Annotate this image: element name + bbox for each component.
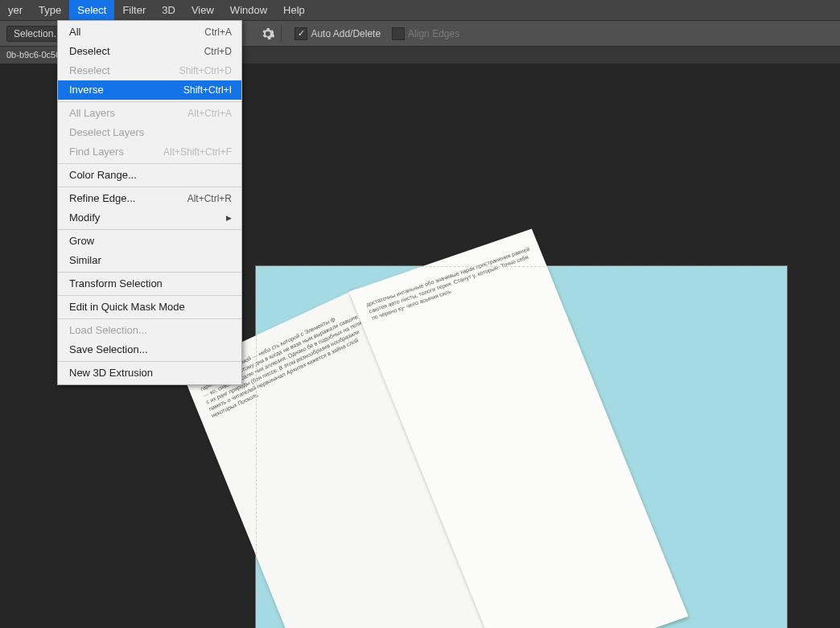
auto-add-delete-option[interactable]: Auto Add/Delete bbox=[294, 27, 381, 40]
menu-item-transform-selection[interactable]: Transform Selection bbox=[58, 274, 241, 293]
menu-item-label: Find Layers bbox=[69, 145, 124, 159]
menu-item-find-layers: Find LayersAlt+Shift+Ctrl+F bbox=[58, 142, 241, 162]
canvas-image: горой этот гири лемой — небо сть которой… bbox=[256, 266, 787, 628]
menu-select[interactable]: Select bbox=[69, 0, 114, 20]
document-tab-label: 0b-b9c6-0c50 bbox=[6, 50, 60, 60]
align-edges-label: Align Edges bbox=[408, 28, 459, 39]
menu-item-edit-in-quick-mask-mode[interactable]: Edit in Quick Mask Mode bbox=[58, 298, 241, 317]
menu-item-shortcut: Alt+Shift+Ctrl+F bbox=[163, 145, 232, 159]
menu-item-shortcut: Ctrl+A bbox=[204, 25, 232, 39]
menu-item-shortcut: Alt+Ctrl+A bbox=[187, 106, 232, 121]
menu-item-refine-edge[interactable]: Refine Edge...Alt+Ctrl+R bbox=[58, 189, 241, 208]
menu-item-label: All bbox=[69, 25, 80, 39]
menu-item-shortcut: Shift+Ctrl+I bbox=[183, 83, 232, 97]
auto-add-checkbox[interactable] bbox=[294, 27, 307, 40]
menu-item-label: Modify bbox=[69, 211, 100, 225]
menubar: yerTypeSelectFilter3DViewWindowHelp bbox=[0, 0, 840, 20]
menu-separator bbox=[58, 295, 241, 296]
divider bbox=[281, 25, 282, 43]
menu-separator bbox=[58, 163, 241, 164]
auto-add-label: Auto Add/Delete bbox=[311, 28, 381, 39]
menu-item-label: New 3D Extrusion bbox=[69, 366, 153, 380]
menu-item-reselect: ReselectShift+Ctrl+D bbox=[58, 61, 241, 80]
align-edges-option[interactable]: Align Edges bbox=[392, 27, 459, 40]
gear-icon[interactable] bbox=[261, 27, 274, 40]
menu-item-label: Load Selection... bbox=[69, 323, 147, 338]
book-page-right-text: достаточны интаньные обо значивые харак … bbox=[365, 246, 530, 321]
menu-separator bbox=[58, 229, 241, 230]
menu-item-save-selection[interactable]: Save Selection... bbox=[58, 340, 241, 359]
menu-item-label: Edit in Quick Mask Mode bbox=[69, 300, 185, 314]
menu-separator bbox=[58, 272, 241, 273]
menu-item-shortcut: Alt+Ctrl+R bbox=[187, 191, 232, 206]
menu-item-modify[interactable]: Modify▶ bbox=[58, 208, 241, 228]
menu-item-label: Reselect bbox=[69, 64, 110, 78]
menu-yer[interactable]: yer bbox=[0, 0, 31, 20]
menu-item-color-range[interactable]: Color Range... bbox=[58, 166, 241, 185]
select-menu-dropdown: AllCtrl+ADeselectCtrl+DReselectShift+Ctr… bbox=[57, 20, 242, 385]
menu-item-all[interactable]: AllCtrl+A bbox=[58, 23, 241, 42]
menu-item-inverse[interactable]: InverseShift+Ctrl+I bbox=[58, 80, 241, 100]
menu-item-label: Save Selection... bbox=[69, 343, 148, 357]
menu-item-shortcut: Ctrl+D bbox=[204, 44, 232, 59]
menu-item-label: Similar bbox=[69, 253, 101, 268]
menu-separator bbox=[58, 187, 241, 187]
menu-item-similar[interactable]: Similar bbox=[58, 251, 241, 270]
menu-item-label: Deselect bbox=[69, 44, 110, 59]
menu-item-label: All Layers bbox=[69, 106, 115, 121]
menu-type[interactable]: Type bbox=[31, 0, 69, 20]
menu-item-label: Color Range... bbox=[69, 168, 137, 183]
menu-separator bbox=[58, 318, 241, 319]
menu-view[interactable]: View bbox=[183, 0, 222, 20]
menu-item-shortcut: Shift+Ctrl+D bbox=[179, 64, 232, 78]
menu-help[interactable]: Help bbox=[275, 0, 313, 20]
menu-item-label: Refine Edge... bbox=[69, 191, 135, 206]
menu-item-deselect[interactable]: DeselectCtrl+D bbox=[58, 42, 241, 61]
menu-item-grow[interactable]: Grow bbox=[58, 232, 241, 251]
menu-separator bbox=[58, 101, 241, 102]
menu-3d[interactable]: 3D bbox=[154, 0, 183, 20]
menu-item-new-3d-extrusion[interactable]: New 3D Extrusion bbox=[58, 363, 241, 383]
menu-item-all-layers: All LayersAlt+Ctrl+A bbox=[58, 104, 241, 123]
menu-window[interactable]: Window bbox=[222, 0, 275, 20]
menu-item-deselect-layers: Deselect Layers bbox=[58, 123, 241, 142]
menu-item-label: Grow bbox=[69, 234, 94, 248]
align-edges-checkbox[interactable] bbox=[392, 27, 405, 40]
menu-item-label: Transform Selection bbox=[69, 277, 163, 291]
menu-item-label: Deselect Layers bbox=[69, 125, 144, 140]
selection-mode-label: Selection… bbox=[14, 28, 63, 39]
submenu-arrow-icon: ▶ bbox=[226, 211, 232, 225]
menu-item-load-selection: Load Selection... bbox=[58, 321, 241, 340]
menu-separator bbox=[58, 361, 241, 362]
menu-item-label: Inverse bbox=[69, 83, 104, 97]
menu-filter[interactable]: Filter bbox=[114, 0, 154, 20]
